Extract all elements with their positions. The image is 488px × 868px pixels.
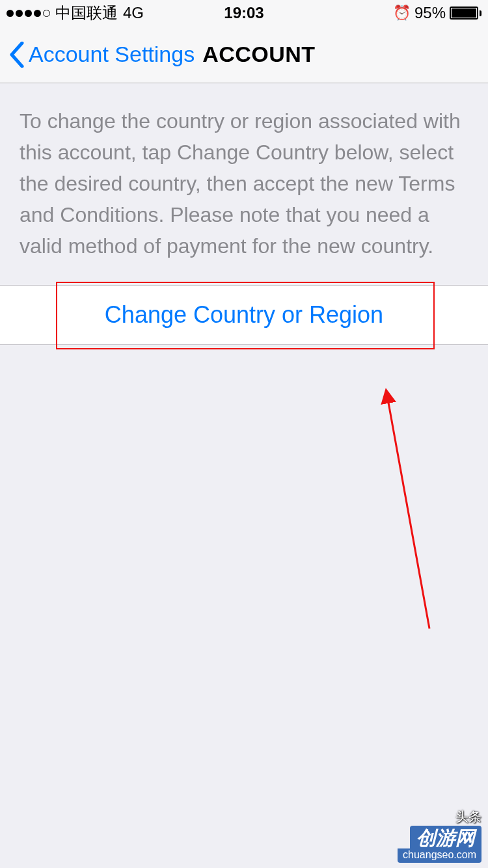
- watermark-badge: 创游网: [410, 826, 481, 849]
- nav-bar: Account Settings ACCOUNT: [0, 26, 488, 83]
- change-country-button[interactable]: Change Country or Region: [0, 285, 488, 345]
- description-text: To change the country or region associat…: [0, 83, 488, 285]
- battery-percent: 95%: [414, 4, 446, 22]
- carrier-label: 中国联通: [55, 3, 118, 23]
- annotation-arrow-icon: [377, 388, 455, 642]
- watermark-url: chuangseo.com: [398, 848, 481, 863]
- chevron-left-icon: [9, 42, 25, 68]
- watermark: 头条 创游网 chuangseo.com: [398, 808, 481, 863]
- battery-icon: [450, 7, 481, 20]
- svg-line-0: [387, 396, 429, 629]
- alarm-icon: ⏰: [393, 5, 411, 21]
- page-title: ACCOUNT: [202, 42, 315, 67]
- back-button[interactable]: Account Settings: [9, 42, 195, 68]
- status-bar: 中国联通 4G 19:03 ⏰ 95%: [0, 0, 488, 26]
- change-country-label: Change Country or Region: [105, 301, 383, 329]
- back-label: Account Settings: [29, 42, 195, 67]
- signal-strength-icon: [7, 10, 50, 17]
- network-label: 4G: [123, 4, 144, 22]
- watermark-line1: 头条: [398, 808, 481, 826]
